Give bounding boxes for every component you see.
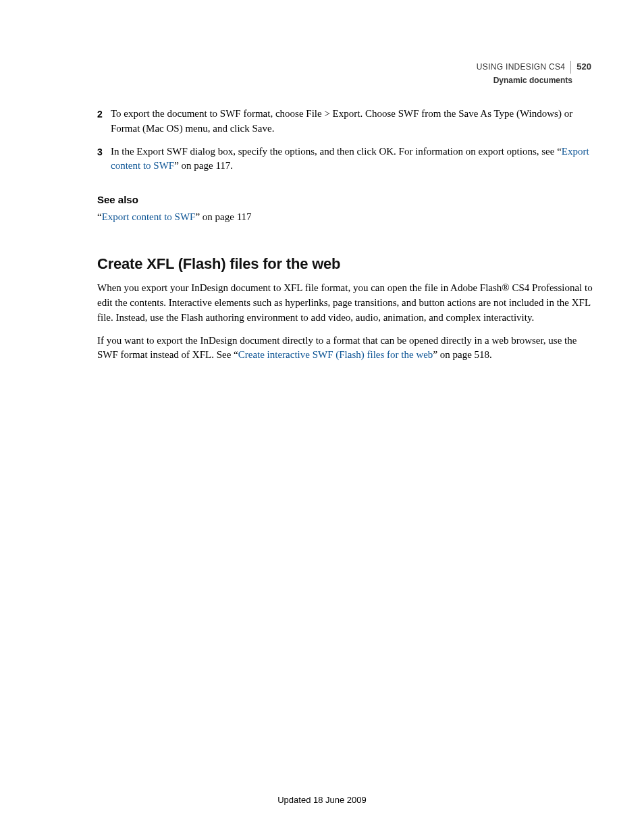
- page-header: USING INDESIGN CS4 520 Dynamic documents: [477, 61, 591, 86]
- page-number: 520: [570, 61, 591, 74]
- step-2: 2 To export the document to SWF format, …: [97, 107, 593, 136]
- step-number: 2: [97, 107, 111, 136]
- para-after: ” on page 518.: [433, 349, 491, 360]
- step-text: To export the document to SWF format, ch…: [111, 107, 593, 136]
- create-swf-link[interactable]: Create interactive SWF (Flash) files for…: [238, 349, 433, 360]
- see-also-heading: See also: [97, 192, 593, 207]
- see-also-entry: “Export content to SWF” on page 117: [97, 210, 593, 225]
- step-text-before: In the Export SWF dialog box, specify th…: [111, 146, 562, 157]
- chapter-name: Dynamic documents: [477, 75, 591, 86]
- body-paragraph: If you want to export the InDesign docum…: [97, 334, 593, 363]
- step-number: 3: [97, 145, 111, 174]
- export-swf-link[interactable]: Export content to SWF: [102, 211, 196, 222]
- section-heading: Create XFL (Flash) files for the web: [97, 253, 593, 275]
- body-paragraph: When you export your InDesign document t…: [97, 281, 593, 325]
- step-3: 3 In the Export SWF dialog box, specify …: [97, 145, 593, 174]
- quote-open: “: [97, 211, 102, 222]
- see-also-suffix: ” on page 117: [195, 211, 251, 222]
- book-title: USING INDESIGN CS4: [477, 61, 565, 73]
- step-text-after: ” on page 117.: [174, 160, 233, 171]
- step-text: In the Export SWF dialog box, specify th…: [111, 145, 593, 174]
- page-footer: Updated 18 June 2009: [0, 794, 644, 807]
- page-content: 2 To export the document to SWF format, …: [97, 107, 593, 371]
